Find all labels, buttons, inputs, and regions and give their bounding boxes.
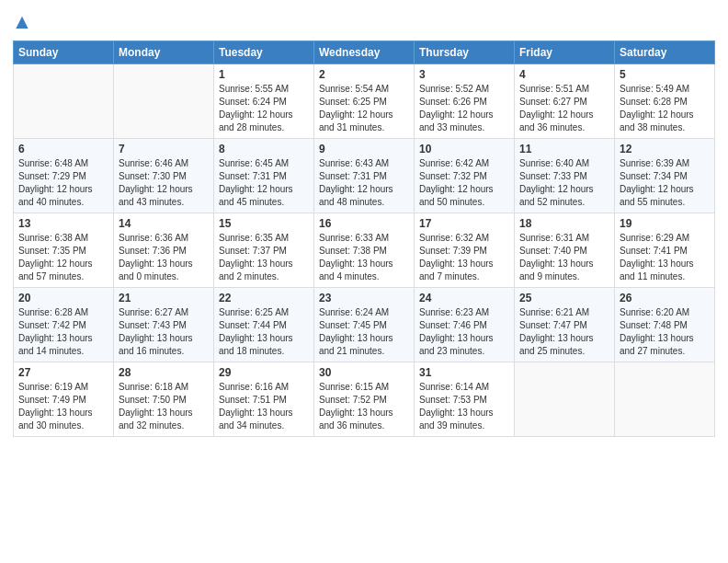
- day-detail: Sunrise: 5:52 AM Sunset: 6:26 PM Dayligh…: [419, 83, 509, 134]
- logo-icon: [13, 15, 31, 33]
- calendar-cell: 10Sunrise: 6:42 AM Sunset: 7:32 PM Dayli…: [415, 139, 515, 213]
- calendar-cell: 17Sunrise: 6:32 AM Sunset: 7:39 PM Dayli…: [415, 213, 515, 288]
- day-detail: Sunrise: 6:28 AM Sunset: 7:42 PM Dayligh…: [18, 306, 108, 358]
- day-detail: Sunrise: 6:45 AM Sunset: 7:31 PM Dayligh…: [219, 157, 309, 209]
- calendar-cell: 27Sunrise: 6:19 AM Sunset: 7:49 PM Dayli…: [14, 362, 114, 437]
- header-row: SundayMondayTuesdayWednesdayThursdayFrid…: [14, 41, 715, 64]
- calendar-cell: 28Sunrise: 6:18 AM Sunset: 7:50 PM Dayli…: [114, 362, 214, 437]
- calendar-cell: [14, 64, 114, 139]
- calendar-week-row: 27Sunrise: 6:19 AM Sunset: 7:49 PM Dayli…: [14, 362, 715, 437]
- calendar-cell: 5Sunrise: 5:49 AM Sunset: 6:28 PM Daylig…: [615, 64, 715, 139]
- day-number: 3: [419, 68, 509, 81]
- calendar-cell: 18Sunrise: 6:31 AM Sunset: 7:40 PM Dayli…: [515, 213, 615, 288]
- day-number: 8: [219, 143, 309, 155]
- day-detail: Sunrise: 6:14 AM Sunset: 7:53 PM Dayligh…: [419, 381, 509, 432]
- day-detail: Sunrise: 6:20 AM Sunset: 7:48 PM Dayligh…: [620, 306, 710, 358]
- day-detail: Sunrise: 5:49 AM Sunset: 6:28 PM Dayligh…: [620, 83, 710, 134]
- day-number: 23: [319, 292, 409, 304]
- day-detail: Sunrise: 6:46 AM Sunset: 7:30 PM Dayligh…: [119, 157, 209, 209]
- calendar-cell: 14Sunrise: 6:36 AM Sunset: 7:36 PM Dayli…: [114, 213, 214, 288]
- calendar-cell: 22Sunrise: 6:25 AM Sunset: 7:44 PM Dayli…: [214, 288, 314, 362]
- calendar-cell: 8Sunrise: 6:45 AM Sunset: 7:31 PM Daylig…: [214, 139, 314, 213]
- day-number: 15: [219, 217, 309, 230]
- day-detail: Sunrise: 6:24 AM Sunset: 7:45 PM Dayligh…: [319, 306, 409, 358]
- calendar-cell: 2Sunrise: 5:54 AM Sunset: 6:25 PM Daylig…: [314, 64, 415, 139]
- day-header: Friday: [515, 41, 615, 64]
- calendar-table: SundayMondayTuesdayWednesdayThursdayFrid…: [13, 40, 715, 437]
- calendar-cell: 11Sunrise: 6:40 AM Sunset: 7:33 PM Dayli…: [515, 139, 615, 213]
- day-detail: Sunrise: 6:39 AM Sunset: 7:34 PM Dayligh…: [620, 157, 710, 209]
- day-detail: Sunrise: 6:21 AM Sunset: 7:47 PM Dayligh…: [519, 306, 609, 358]
- calendar-week-row: 13Sunrise: 6:38 AM Sunset: 7:35 PM Dayli…: [14, 213, 715, 288]
- day-number: 7: [119, 143, 209, 155]
- day-number: 17: [419, 217, 509, 230]
- day-detail: Sunrise: 6:38 AM Sunset: 7:35 PM Dayligh…: [18, 232, 108, 283]
- day-number: 20: [18, 292, 108, 304]
- day-number: 27: [18, 366, 108, 379]
- day-detail: Sunrise: 6:25 AM Sunset: 7:44 PM Dayligh…: [219, 306, 309, 358]
- header: [13, 9, 715, 33]
- calendar-cell: 15Sunrise: 6:35 AM Sunset: 7:37 PM Dayli…: [214, 213, 314, 288]
- calendar-cell: [615, 362, 715, 437]
- day-number: 14: [119, 217, 209, 230]
- calendar-cell: 4Sunrise: 5:51 AM Sunset: 6:27 PM Daylig…: [515, 64, 615, 139]
- calendar-cell: 30Sunrise: 6:15 AM Sunset: 7:52 PM Dayli…: [314, 362, 415, 437]
- page-container: SundayMondayTuesdayWednesdayThursdayFrid…: [0, 0, 728, 450]
- calendar-cell: 21Sunrise: 6:27 AM Sunset: 7:43 PM Dayli…: [114, 288, 214, 362]
- day-detail: Sunrise: 6:43 AM Sunset: 7:31 PM Dayligh…: [319, 157, 409, 209]
- calendar-cell: 29Sunrise: 6:16 AM Sunset: 7:51 PM Dayli…: [214, 362, 314, 437]
- day-detail: Sunrise: 6:19 AM Sunset: 7:49 PM Dayligh…: [18, 381, 108, 432]
- day-number: 30: [319, 366, 409, 379]
- calendar-cell: 20Sunrise: 6:28 AM Sunset: 7:42 PM Dayli…: [14, 288, 114, 362]
- day-detail: Sunrise: 5:55 AM Sunset: 6:24 PM Dayligh…: [219, 83, 309, 134]
- calendar-cell: 7Sunrise: 6:46 AM Sunset: 7:30 PM Daylig…: [114, 139, 214, 213]
- day-number: 21: [119, 292, 209, 304]
- day-detail: Sunrise: 6:40 AM Sunset: 7:33 PM Dayligh…: [519, 157, 609, 209]
- svg-marker-0: [16, 17, 28, 29]
- day-number: 22: [219, 292, 309, 304]
- day-detail: Sunrise: 6:23 AM Sunset: 7:46 PM Dayligh…: [419, 306, 509, 358]
- day-header: Wednesday: [314, 41, 415, 64]
- calendar-cell: 31Sunrise: 6:14 AM Sunset: 7:53 PM Dayli…: [415, 362, 515, 437]
- calendar-cell: 19Sunrise: 6:29 AM Sunset: 7:41 PM Dayli…: [615, 213, 715, 288]
- calendar-cell: [114, 64, 214, 139]
- calendar-week-row: 1Sunrise: 5:55 AM Sunset: 6:24 PM Daylig…: [14, 64, 715, 139]
- calendar-cell: 24Sunrise: 6:23 AM Sunset: 7:46 PM Dayli…: [415, 288, 515, 362]
- day-header: Monday: [114, 41, 214, 64]
- day-number: 24: [419, 292, 509, 304]
- day-number: 9: [319, 143, 409, 155]
- day-number: 31: [419, 366, 509, 379]
- calendar-cell: 6Sunrise: 6:48 AM Sunset: 7:29 PM Daylig…: [14, 139, 114, 213]
- calendar-cell: 16Sunrise: 6:33 AM Sunset: 7:38 PM Dayli…: [314, 213, 415, 288]
- day-number: 2: [319, 68, 409, 81]
- calendar-week-row: 6Sunrise: 6:48 AM Sunset: 7:29 PM Daylig…: [14, 139, 715, 213]
- day-detail: Sunrise: 6:29 AM Sunset: 7:41 PM Dayligh…: [620, 232, 710, 283]
- day-detail: Sunrise: 6:31 AM Sunset: 7:40 PM Dayligh…: [519, 232, 609, 283]
- day-detail: Sunrise: 6:35 AM Sunset: 7:37 PM Dayligh…: [219, 232, 309, 283]
- day-detail: Sunrise: 6:48 AM Sunset: 7:29 PM Dayligh…: [18, 157, 108, 209]
- day-header: Sunday: [14, 41, 114, 64]
- day-detail: Sunrise: 6:36 AM Sunset: 7:36 PM Dayligh…: [119, 232, 209, 283]
- day-header: Thursday: [415, 41, 515, 64]
- day-number: 28: [119, 366, 209, 379]
- day-number: 29: [219, 366, 309, 379]
- day-number: 6: [18, 143, 108, 155]
- calendar-cell: 1Sunrise: 5:55 AM Sunset: 6:24 PM Daylig…: [214, 64, 314, 139]
- calendar-cell: [515, 362, 615, 437]
- calendar-cell: 12Sunrise: 6:39 AM Sunset: 7:34 PM Dayli…: [615, 139, 715, 213]
- day-header: Tuesday: [214, 41, 314, 64]
- day-number: 19: [620, 217, 710, 230]
- day-number: 11: [519, 143, 609, 155]
- calendar-cell: 13Sunrise: 6:38 AM Sunset: 7:35 PM Dayli…: [14, 213, 114, 288]
- day-detail: Sunrise: 6:33 AM Sunset: 7:38 PM Dayligh…: [319, 232, 409, 283]
- day-detail: Sunrise: 6:15 AM Sunset: 7:52 PM Dayligh…: [319, 381, 409, 432]
- day-detail: Sunrise: 6:16 AM Sunset: 7:51 PM Dayligh…: [219, 381, 309, 432]
- day-number: 18: [519, 217, 609, 230]
- calendar-cell: 25Sunrise: 6:21 AM Sunset: 7:47 PM Dayli…: [515, 288, 615, 362]
- day-detail: Sunrise: 6:42 AM Sunset: 7:32 PM Dayligh…: [419, 157, 509, 209]
- day-detail: Sunrise: 6:18 AM Sunset: 7:50 PM Dayligh…: [119, 381, 209, 432]
- day-detail: Sunrise: 5:54 AM Sunset: 6:25 PM Dayligh…: [319, 83, 409, 134]
- day-number: 1: [219, 68, 309, 81]
- day-number: 10: [419, 143, 509, 155]
- day-detail: Sunrise: 6:27 AM Sunset: 7:43 PM Dayligh…: [119, 306, 209, 358]
